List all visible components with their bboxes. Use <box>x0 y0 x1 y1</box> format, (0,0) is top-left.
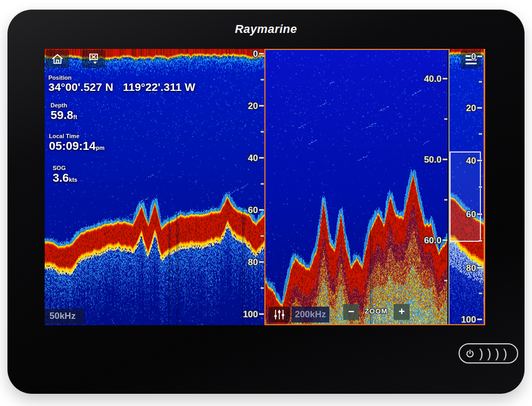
time-unit: pm <box>96 145 105 151</box>
power-icon <box>465 349 475 359</box>
frequency-badge-200khz[interactable]: 200kHz <box>292 307 329 323</box>
zoom-out-button[interactable]: − <box>343 304 359 320</box>
time-number: 05:09:14 <box>49 139 96 153</box>
time-label: Local Time <box>49 133 105 139</box>
depth-value: 59.8ft <box>51 109 77 121</box>
depth-unit: ft <box>73 114 77 120</box>
signal-arc-icon: ) <box>479 346 483 359</box>
page: Raymarine Position <box>0 0 532 406</box>
home-button[interactable] <box>46 50 69 68</box>
databox-local-time: Local Time 05:09:14pm <box>49 133 105 152</box>
frequency-badge-50khz[interactable]: 50kHz <box>45 309 84 324</box>
sonar-strip-panel[interactable]: 0 20 40 60 80 100 <box>448 49 485 325</box>
screen: Position 34°00'.527 N119°22'.311 W Depth… <box>45 49 485 325</box>
brand-logo: Raymarine <box>0 22 532 36</box>
position-lon: 119°22'.311 W <box>123 81 195 93</box>
waypoint-flag-icon <box>87 52 101 66</box>
signal-arc-icon: ) <box>487 346 491 359</box>
sonar-panel-200khz-zoom[interactable]: 40.0 50.0 60.0 200kHz − ZOOM + <box>264 49 448 325</box>
signal-arc-icon: ) <box>503 346 507 359</box>
sog-value: 3.6kts <box>53 172 78 184</box>
sliders-icon <box>273 309 286 320</box>
signal-arc-icon: ) <box>495 346 499 359</box>
zoom-label: ZOOM <box>360 307 392 315</box>
home-icon <box>51 52 64 66</box>
menu-icon <box>466 55 477 64</box>
databox-sog: SOG 3.6kts <box>53 165 78 184</box>
sonar-zoom-canvas <box>265 50 447 324</box>
menu-button[interactable] <box>461 50 481 69</box>
sonar-panel-50khz[interactable]: Position 34°00'.527 N119°22'.311 W Depth… <box>45 49 264 325</box>
databox-position: Position 34°00'.527 N119°22'.311 W <box>48 74 195 93</box>
position-label: Position <box>48 74 195 81</box>
position-value: 34°00'.527 N119°22'.311 W <box>48 81 195 93</box>
databox-depth: Depth 59.8ft <box>51 102 77 121</box>
adjustments-button[interactable] <box>269 307 290 323</box>
zoom-in-button[interactable]: + <box>394 304 410 320</box>
zoom-window-box[interactable] <box>450 151 481 242</box>
sog-number: 3.6 <box>53 171 69 184</box>
position-lat: 34°00'.527 N <box>48 81 113 93</box>
power-button[interactable]: ) ) ) ) <box>459 343 518 363</box>
depth-label: Depth <box>51 102 77 108</box>
time-value: 05:09:14pm <box>49 140 105 152</box>
depth-number: 59.8 <box>51 108 73 122</box>
waypoint-button[interactable] <box>82 50 105 68</box>
sog-unit: kts <box>69 176 78 183</box>
sog-label: SOG <box>53 165 78 171</box>
